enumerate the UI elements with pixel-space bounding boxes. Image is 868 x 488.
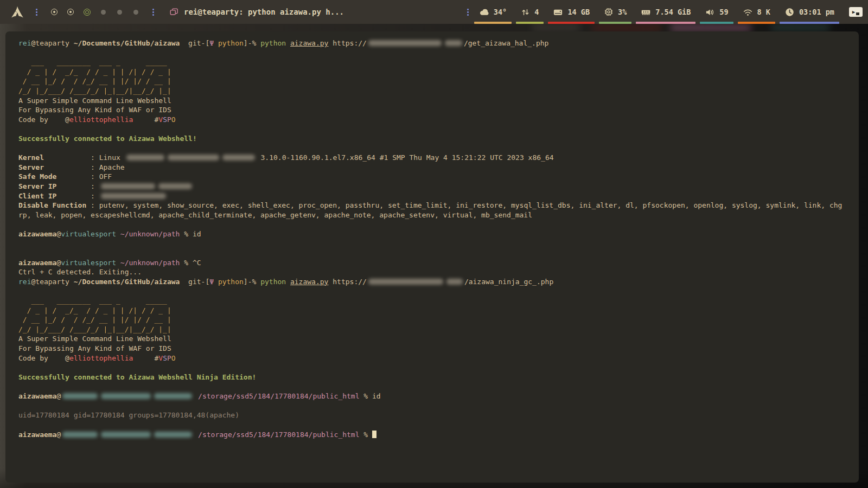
terminal-line (18, 220, 859, 229)
terminal-text: Server (18, 163, 86, 171)
module-accent-underline (738, 22, 775, 24)
windows-stack-icon (169, 7, 179, 17)
terminal-line (18, 363, 859, 373)
workspace-focused[interactable] (83, 8, 91, 16)
terminal-text: python (218, 278, 244, 286)
exit-message: Ctrl + C detected. Exiting... (18, 267, 859, 277)
terminal-line (18, 239, 859, 248)
terminal-line (18, 401, 859, 411)
terminal-text: % (360, 431, 372, 439)
terminal-text: Safe Mode (18, 172, 86, 181)
terminal-text: Successfully connected to Aizawa Webshel… (18, 134, 197, 143)
terminal-text: python (260, 278, 290, 286)
workspace-occupied[interactable] (50, 8, 58, 16)
terminal-text: : Linux (86, 153, 124, 162)
redacted-blur (154, 393, 192, 399)
terminal-text: aizawaema (18, 392, 56, 400)
banner-subtitle: A Super Simple Command Line Webshell (18, 334, 859, 344)
terminal-output: rei@teaparty ~/Documents/GitHub/aizawa g… (18, 38, 859, 439)
module-accent-underline (548, 22, 595, 24)
module-accent-underline (636, 22, 695, 24)
terminal-text: V (158, 115, 163, 124)
workspace-empty[interactable] (132, 8, 139, 16)
terminal-text: % id (180, 230, 201, 238)
info-disable-function-wrap: rp, leak, popen, escapeshellcmd, apache_… (18, 210, 859, 220)
speaker-icon (705, 7, 715, 17)
bar-module[interactable]: 59 (698, 0, 735, 24)
window-title: rei@teaparty: python aizawa.py h... (184, 8, 344, 16)
terminal-text: /get_aizawa_hal_.php (464, 39, 549, 47)
workspace-empty[interactable] (99, 8, 107, 16)
terminal-line (18, 124, 859, 134)
terminal-text: aizawa.py (290, 278, 328, 286)
cpu-icon (604, 7, 614, 17)
terminal-text: python (218, 39, 244, 47)
terminal-line (18, 286, 859, 296)
prompt-command-1: rei@teaparty ~/Documents/GitHub/aizawa g… (18, 38, 859, 48)
id-output: uid=17780184 gid=17780184 groups=1778018… (18, 410, 859, 420)
terminal-window[interactable]: rei@teaparty ~/Documents/GitHub/aizawa g… (5, 31, 859, 483)
wifi-icon (743, 7, 753, 17)
terminal-text: Code by (18, 354, 65, 362)
terminal-text: @ (65, 115, 69, 124)
redacted-blur (62, 432, 98, 438)
prompt-command-2: rei@teaparty ~/Documents/GitHub/aizawa g… (18, 277, 859, 287)
terminal-text: python (260, 39, 290, 47)
focused-window-task[interactable]: rei@teaparty: python aizawa.py h... (169, 7, 344, 17)
terminal-text: uid=17780184 gid=17780184 groups=1778018… (18, 411, 239, 419)
bar-module[interactable]: 8 K (736, 0, 777, 24)
terminal-badge-icon[interactable]: ▶ (849, 7, 863, 17)
bar-module[interactable]: 34° (472, 0, 514, 24)
terminal-text: elliottophellia (69, 354, 133, 362)
terminal-text: virtualesport (61, 230, 116, 238)
module-accent-underline (516, 22, 544, 24)
wifi-speed-label: 8 K (757, 8, 770, 16)
wallpaper-blur-blob (770, 24, 830, 31)
terminal-text: /storage/ssd5/184/17780184/public_html (194, 431, 359, 439)
module-accent-underline (780, 22, 839, 24)
terminal-text: @ (56, 431, 61, 439)
bar-module[interactable]: 7.54 GiB (634, 0, 698, 24)
terminal-text: @teaparty (31, 39, 73, 47)
workspace-occupied[interactable] (67, 8, 74, 16)
terminal-text: https:// (328, 278, 366, 286)
info-disable-function: Disable Function : putenv, system, show_… (18, 201, 859, 210)
terminal-text: For Bypassing Any Kind of WAF or IDS (18, 344, 171, 352)
ninja-prompt-id: aizawaema@ /storage/ssd5/184/17780184/pu… (18, 391, 859, 401)
banner-credit: Code by @elliottophellia #VSPO (18, 354, 859, 363)
redacted-blur (368, 279, 443, 285)
terminal-text: rei (18, 39, 31, 47)
terminal-text: ]-% (244, 278, 260, 286)
terminal-text: git-[ (180, 39, 209, 47)
terminal-text: elliottophellia (69, 115, 133, 124)
terminal-text: Disable Function (18, 201, 86, 209)
workspace-empty[interactable] (116, 8, 123, 16)
terminal-text: Kernel (18, 153, 86, 162)
terminal-text: virtualesport (61, 259, 116, 267)
banner-credit: Code by @elliottophellia #VSPO (18, 115, 859, 125)
wallpaper-blur-blob (670, 24, 751, 31)
bar-module[interactable]: 4 (514, 0, 546, 24)
bar-module[interactable]: 03:01 pm (777, 0, 841, 24)
terminal-text: @ (56, 392, 61, 400)
redacted-blur (368, 40, 442, 46)
terminal-text: ~/unknown/path (120, 259, 180, 267)
bar-module[interactable]: 14 GB (546, 0, 597, 24)
redacted-blur (126, 155, 164, 160)
cloud-icon (479, 7, 489, 17)
terminal-text: 3.10.0-1160.90.1.el7.x86_64 #1 SMP Thu M… (257, 153, 554, 162)
terminal-text: ~/unknown/path (120, 230, 180, 238)
terminal-text: A Super Simple Command Line Webshell (18, 335, 171, 343)
bar-modules: 34° 4 14 GB (472, 0, 863, 24)
terminal-text: P (167, 115, 171, 124)
weather-temp-label: 34° (494, 8, 507, 16)
bar-module[interactable]: 3% (597, 0, 634, 24)
redacted-blur (222, 155, 255, 160)
wallpaper-blur-blob (591, 24, 662, 31)
arch-linux-logo-icon[interactable] (10, 5, 25, 19)
status-connected: Successfully connected to Aizawa Webshel… (18, 134, 859, 144)
terminal-text: ~/Documents/GitHub/aizawa (74, 39, 180, 47)
info-server: Server : Apache (18, 163, 859, 172)
terminal-text: Ψ (209, 278, 218, 286)
terminal-text: @teaparty (31, 278, 73, 286)
